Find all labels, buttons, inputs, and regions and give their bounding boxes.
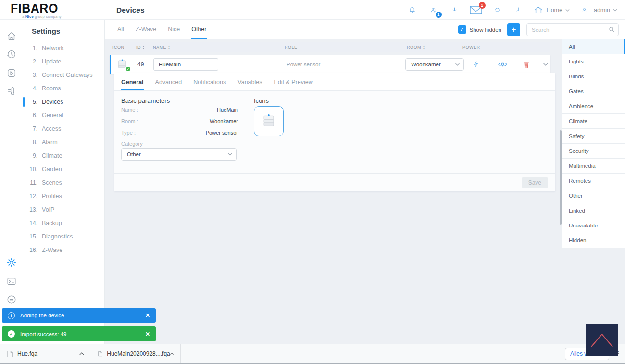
- delete-trash-icon[interactable]: [523, 55, 530, 74]
- mail-badge: 1: [479, 2, 486, 9]
- detail-tab-edit-preview[interactable]: Edit & Preview: [274, 73, 312, 90]
- nav-item-connect-gateways[interactable]: 3.Connect Gateways: [23, 68, 104, 82]
- page-title: Devices: [116, 6, 145, 14]
- icons-section-title: Icons: [254, 97, 269, 104]
- tab-other[interactable]: Other: [191, 20, 207, 39]
- cloud-icon[interactable]: [491, 3, 504, 16]
- category-ambience[interactable]: Ambience: [562, 99, 625, 114]
- device-name-input[interactable]: [153, 58, 218, 71]
- category-all[interactable]: All: [562, 39, 625, 54]
- category-other[interactable]: Other: [562, 188, 625, 203]
- category-remotes[interactable]: Remotes: [562, 174, 625, 188]
- toast-text: Import success: 49: [20, 331, 67, 337]
- visibility-eye-icon[interactable]: [498, 55, 508, 74]
- chevron-up-icon[interactable]: [170, 352, 174, 355]
- toast-success: ✓ Import success: 49 ✕: [2, 326, 156, 341]
- nav-item-backup[interactable]: 14.Backup: [23, 216, 104, 230]
- download-item[interactable]: HueMain20200928....fqa: [91, 344, 181, 363]
- show-hidden-checkbox[interactable]: ✓: [458, 25, 466, 34]
- console-terminal-icon[interactable]: [6, 276, 17, 287]
- category-label: Category: [121, 141, 143, 147]
- users-icon[interactable]: 1: [427, 3, 440, 16]
- search-input[interactable]: [526, 23, 619, 36]
- settings-nav: Settings 1.Network 2.Update 3.Connect Ga…: [23, 20, 105, 344]
- toolbar-controls: ✓ Show hidden +: [458, 23, 619, 36]
- chevron-down-icon: [228, 153, 232, 156]
- room-select[interactable]: Woonkamer: [405, 58, 464, 71]
- user-menu[interactable]: admin: [578, 3, 617, 16]
- add-device-button[interactable]: +: [507, 23, 520, 36]
- col-id[interactable]: ID▲▼: [136, 45, 145, 50]
- mail-icon[interactable]: 1: [469, 5, 483, 15]
- settings-gear-icon[interactable]: [6, 257, 17, 268]
- gateway-selector[interactable]: Home: [533, 5, 570, 15]
- category-blinds[interactable]: Blinds: [562, 69, 625, 84]
- device-icon-tile[interactable]: [254, 106, 284, 136]
- show-hidden-label: Show hidden: [470, 27, 502, 33]
- nav-item-garden[interactable]: 10.Garden: [23, 163, 104, 176]
- toast-info: i Adding the device ✕: [2, 308, 156, 323]
- climate-thermometer-icon[interactable]: [6, 86, 17, 97]
- nav-item-devices[interactable]: 5.Devices: [23, 95, 104, 109]
- home-icon[interactable]: [6, 31, 17, 41]
- gauge-icon[interactable]: [512, 3, 525, 16]
- power-lightning-icon[interactable]: [473, 55, 479, 74]
- category-select[interactable]: Other: [121, 148, 237, 161]
- col-name[interactable]: NAME▲▼: [153, 45, 170, 50]
- api-braces-icon[interactable]: [6, 294, 17, 305]
- nav-item-zwave[interactable]: 16.Z-Wave: [23, 243, 104, 257]
- alarm-bell-icon[interactable]: [406, 3, 419, 16]
- tab-nice[interactable]: Nice: [167, 20, 180, 39]
- download-filename: HueMain20200928....fqa: [107, 351, 170, 357]
- nav-item-voip[interactable]: 13.VoIP: [23, 203, 104, 216]
- category-hidden[interactable]: Hidden: [562, 233, 625, 248]
- nav-item-alarm[interactable]: 8.Alarm: [23, 136, 104, 149]
- row-expand-chevron-icon[interactable]: [543, 55, 549, 74]
- nav-item-access[interactable]: 7.Access: [23, 122, 104, 136]
- category-linked[interactable]: Linked: [562, 203, 625, 218]
- device-role: Power sensor: [287, 55, 320, 74]
- nav-item-profiles[interactable]: 12.Profiles: [23, 189, 104, 203]
- detail-tabs: General Advanced Notifications Variables…: [114, 73, 555, 91]
- nav-item-scenes[interactable]: 11.Scenes: [23, 176, 104, 189]
- detail-tab-notifications[interactable]: Notifications: [193, 73, 226, 90]
- save-button[interactable]: Save: [522, 177, 548, 188]
- download-filename: Hue.fqa: [17, 351, 38, 357]
- device-row[interactable]: ✓ 49 Power sensor Woonkamer: [110, 55, 550, 74]
- users-badge: 1: [436, 12, 442, 18]
- device-id: 49: [138, 55, 144, 74]
- nav-item-general[interactable]: 6.General: [23, 109, 104, 122]
- tab-all[interactable]: All: [117, 20, 125, 39]
- download-item[interactable]: Hue.fqa: [0, 344, 91, 363]
- category-security[interactable]: Security: [562, 144, 625, 159]
- nav-item-rooms[interactable]: 4.Rooms: [23, 82, 104, 95]
- category-multimedia[interactable]: Multimedia: [562, 159, 625, 174]
- download-icon[interactable]: [448, 3, 461, 16]
- category-gates[interactable]: Gates: [562, 84, 625, 99]
- nav-item-diagnostics[interactable]: 15.Diagnostics: [23, 230, 104, 243]
- nav-item-climate[interactable]: 9.Climate: [23, 149, 104, 163]
- category-climate[interactable]: Climate: [562, 114, 625, 129]
- detail-tab-general[interactable]: General: [121, 73, 144, 90]
- brand-block: FIBARO a Nice group company: [0, 0, 105, 20]
- toast-close-icon[interactable]: ✕: [145, 331, 150, 338]
- category-lights[interactable]: Lights: [562, 54, 625, 69]
- success-check-icon: ✓: [8, 330, 15, 338]
- col-room[interactable]: ROOM▲▼: [407, 45, 425, 50]
- header-icons: 1 1 Home admin: [406, 0, 617, 20]
- roof-chevron-icon: [590, 332, 614, 348]
- table-header: ICON ID▲▼ NAME▲▼ ROLE ROOM▲▼ POWER: [110, 42, 550, 52]
- category-unavailable[interactable]: Unavailable: [562, 218, 625, 233]
- history-icon[interactable]: [6, 49, 17, 60]
- detail-tab-advanced[interactable]: Advanced: [155, 73, 182, 90]
- detail-tab-variables[interactable]: Variables: [238, 73, 262, 90]
- tab-zwave[interactable]: Z-Wave: [135, 20, 157, 39]
- category-safety[interactable]: Safety: [562, 129, 625, 144]
- field-name: Name : HueMain: [121, 107, 238, 113]
- nav-item-network[interactable]: 1.Network: [23, 41, 104, 55]
- scenes-play-icon[interactable]: [6, 68, 17, 78]
- nav-item-update[interactable]: 2.Update: [23, 55, 104, 68]
- toast-close-icon[interactable]: ✕: [145, 312, 150, 319]
- room-value: Woonkamer: [411, 62, 441, 67]
- chevron-up-icon[interactable]: [79, 352, 84, 355]
